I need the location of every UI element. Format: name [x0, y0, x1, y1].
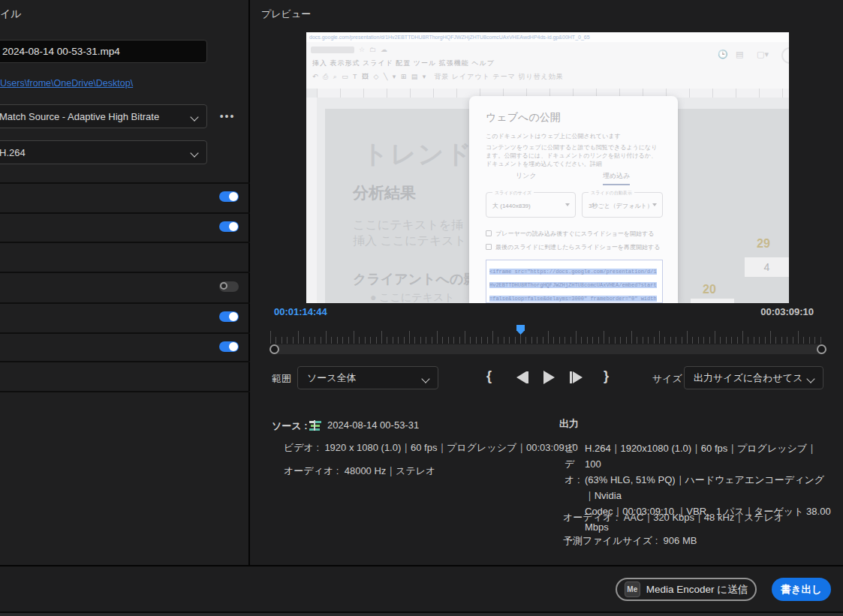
divider	[0, 212, 250, 214]
current-timecode: 00:01:14:44	[274, 306, 327, 317]
autostart-checkbox[interactable]: プレーヤーの読み込み後すぐにスライドショーを開始する	[486, 230, 654, 238]
divider	[0, 391, 250, 392]
timeline-ruler[interactable]	[270, 327, 826, 344]
range-label: 範囲	[272, 372, 291, 386]
set-in-point-button[interactable]: {	[486, 368, 492, 384]
browser-url-text: docs.google.com/presentation/d/1Hv2EBTTD…	[306, 32, 789, 42]
doc-title-placeholder	[311, 47, 354, 53]
settings-toggle-3[interactable]	[219, 281, 239, 292]
footer-divider	[0, 565, 843, 566]
preview-video-frame: docs.google.com/presentation/d/1Hv2EBTTD…	[306, 32, 789, 303]
slide-bullet-text: ● ここにテキスト	[370, 291, 455, 303]
sequence-icon	[309, 420, 321, 431]
output-title: 出力	[559, 417, 579, 431]
toggle-knob	[229, 342, 238, 351]
set-out-point-button[interactable]: }	[604, 368, 609, 384]
size-dropdown[interactable]: 出力サイズに合わせてス...	[684, 366, 823, 389]
step-forward-icon[interactable]	[573, 371, 583, 383]
source-video-row: ビデオ : 1920 x 1080 (1.0)｜60 fps｜プログレッシブ｜0…	[284, 441, 578, 455]
folder-icon: 🗀	[369, 46, 376, 53]
total-timecode: 00:03:09:10	[760, 306, 814, 317]
output-video-label: ビ デ オ :	[565, 440, 580, 488]
tab-embed[interactable]: 埋め込み	[603, 171, 630, 185]
out-point-handle[interactable]	[817, 344, 826, 354]
export-settings-panel: イル 2024-08-14 00-53-31.mp4 Users\frome\O…	[0, 0, 250, 565]
toggle-knob	[220, 282, 227, 290]
dropdown-arrow-icon	[565, 203, 570, 206]
slide-size-select[interactable]: スライドのサイズ 大 (1440x839)	[486, 192, 576, 218]
divider	[0, 272, 250, 273]
checkbox-icon	[486, 244, 492, 250]
preview-panel-title: プレビュー	[261, 8, 311, 21]
auto-advance-select[interactable]: スライドの自動表示 3秒ごと（デフォルト）	[582, 192, 663, 218]
divider	[0, 242, 250, 243]
slide-table-cell: 4	[745, 257, 789, 277]
tab-link[interactable]: リンク	[516, 171, 537, 181]
ruler-minor-ticks	[270, 337, 826, 344]
source-label: ソース :	[272, 420, 308, 431]
filename-label-clipped: イル	[0, 8, 22, 21]
range-dropdown[interactable]: ソース全体	[297, 366, 438, 389]
background-strip	[0, 613, 843, 616]
in-point-handle[interactable]	[269, 344, 279, 354]
toggle-knob	[229, 222, 238, 231]
slide-table-cell	[691, 299, 734, 303]
play-button[interactable]	[543, 371, 555, 384]
settings-toggle-1[interactable]	[219, 191, 239, 202]
history-icon: 🕒	[718, 50, 728, 59]
step-back-bar[interactable]	[526, 371, 528, 383]
save-location-link[interactable]: Users\frome\OneDrive\Desktop\	[0, 78, 133, 89]
settings-toggle-5[interactable]	[219, 341, 239, 352]
dropdown-arrow-icon	[652, 203, 657, 206]
format-dropdown[interactable]: H.264	[0, 140, 207, 164]
export-button[interactable]: 書き出し	[772, 578, 831, 601]
divider	[0, 302, 250, 304]
slides-toolbar-icons: ↶ ⎙ ⌕ ▭ T 🖼 ◇ ╲ ▾ ⊞ ▤ ▾ 背景 レイアウト テーマ 切り替…	[312, 72, 564, 82]
comment-icon: ▤	[736, 50, 743, 59]
slide-text: 挿入 ここにテキスト	[353, 233, 466, 249]
send-to-media-encoder-button[interactable]: Me Media Encoder に送信	[616, 578, 757, 601]
format-value: H.264	[0, 147, 185, 158]
step-back-icon[interactable]	[516, 371, 526, 383]
star-icon: ☆	[359, 46, 365, 53]
slides-menu-bar: 挿入 表示形式 スライド 配置 ツール 拡張機能 ヘルプ	[312, 59, 495, 68]
cloud-icon: ☁	[381, 46, 387, 53]
output-filesize-row: 予測ファイルサイズ : 906 MB	[563, 534, 697, 548]
slide-text: ここにテキストを挿	[353, 218, 463, 233]
publish-to-web-dialog: ウェブへの公開 このドキュメントはウェブ上に公開されています コンテンツをウェブ…	[469, 96, 678, 303]
restart-checkbox[interactable]: 最後のスライドに到達したらスライドショーを再度開始する	[486, 243, 660, 251]
slide-number-29: 29	[757, 237, 770, 251]
slides-left-ruler	[306, 98, 317, 303]
toggle-knob	[229, 312, 238, 321]
chevron-down-icon	[423, 374, 430, 382]
checkbox-icon	[486, 230, 492, 236]
filename-input[interactable]: 2024-08-14 00-53-31.mp4	[0, 40, 207, 63]
divider	[0, 182, 250, 184]
slide-number-20: 20	[703, 283, 716, 296]
embed-code-textarea[interactable]: <iframe src="https://docs.google.com/pre…	[486, 260, 663, 303]
toggle-knob	[229, 192, 238, 201]
chevron-down-icon	[808, 374, 815, 382]
source-row: ソース :	[272, 419, 308, 433]
present-icon: ▢▾	[757, 50, 769, 59]
source-audio-row: オーディオ : 48000 Hz｜ステレオ	[284, 464, 435, 478]
slide-heading: クライアントへの影	[353, 270, 477, 288]
trim-range-bar[interactable]	[270, 344, 826, 354]
chevron-down-icon	[191, 149, 199, 156]
divider	[0, 361, 250, 362]
dialog-subtitle: このドキュメントはウェブ上に公開されています	[486, 132, 621, 140]
preset-dropdown[interactable]: Match Source - Adaptive High Bitrate	[0, 104, 207, 128]
preset-more-button[interactable]: •••	[215, 108, 240, 125]
slides-app-chrome: ☆ 🗀 ☁ 🕒 ▤ ▢▾ 挿入 表示形式 スライド 配置 ツール 拡張機能 ヘル…	[306, 42, 789, 89]
divider	[0, 332, 250, 334]
chevron-down-icon	[191, 113, 199, 120]
settings-toggle-4[interactable]	[219, 311, 239, 322]
step-forward-bar[interactable]	[570, 371, 572, 383]
slide-heading: 分析結果	[353, 182, 416, 203]
media-encoder-icon: Me	[625, 581, 640, 597]
size-label: サイズ	[652, 372, 682, 386]
preset-value: Match Source - Adaptive High Bitrate	[0, 111, 185, 122]
source-name: 2024-08-14 00-53-31	[327, 419, 419, 431]
dialog-title: ウェブへの公開	[486, 111, 561, 125]
settings-toggle-2[interactable]	[219, 221, 239, 232]
